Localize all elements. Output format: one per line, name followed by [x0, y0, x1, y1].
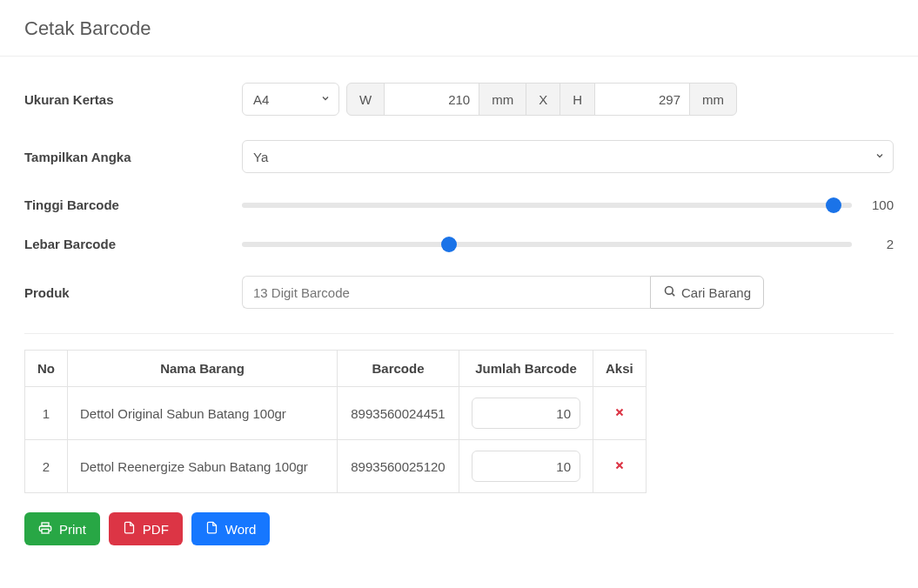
tinggi-slider[interactable]	[242, 203, 852, 208]
tinggi-slider-wrap: 100	[242, 197, 894, 212]
row-ukuran-kertas: Ukuran Kertas A4 W mm X H	[24, 83, 894, 116]
pdf-label: PDF	[143, 522, 169, 537]
table-header-row: No Nama Barang Barcode Jumlah Barcode Ak…	[25, 351, 647, 387]
page-title: Cetak Barcode	[24, 17, 894, 40]
row-lebar-barcode: Lebar Barcode 2	[24, 237, 894, 251]
search-icon	[663, 284, 676, 300]
svg-line-1	[672, 293, 674, 296]
th-no: No	[25, 351, 68, 387]
dimensions-group: W mm X H mm	[346, 83, 737, 116]
label-ukuran-kertas: Ukuran Kertas	[24, 92, 242, 107]
height-input-wrap	[594, 83, 690, 116]
svg-point-0	[665, 287, 673, 295]
label-lebar-barcode: Lebar Barcode	[24, 237, 242, 251]
action-buttons: Print PDF Word	[24, 512, 894, 545]
print-icon	[38, 521, 52, 538]
svg-rect-7	[42, 529, 49, 533]
th-aksi: Aksi	[593, 351, 647, 387]
cell-nama: Dettol Reenergize Sabun Batang 100gr	[68, 440, 338, 493]
th-nama: Nama Barang	[68, 351, 338, 387]
x-addon: X	[526, 83, 560, 116]
pdf-icon	[123, 521, 136, 537]
word-icon	[205, 521, 218, 537]
table-row: 2Dettol Reenergize Sabun Batang 100gr899…	[25, 440, 647, 493]
cell-no: 1	[25, 387, 68, 440]
table-row: 1Dettol Original Sabun Batang 100gr89935…	[25, 387, 647, 440]
jumlah-input[interactable]	[472, 398, 580, 429]
cell-barcode: 8993560024451	[338, 387, 459, 440]
th-barcode: Barcode	[338, 351, 459, 387]
cari-barang-button[interactable]: Cari Barang	[650, 276, 764, 309]
tinggi-slider-thumb[interactable]	[826, 197, 841, 213]
cell-aksi	[593, 440, 647, 493]
print-label: Print	[59, 522, 86, 537]
row-tampilkan-angka: Tampilkan Angka Ya	[24, 140, 894, 173]
cell-no: 2	[25, 440, 68, 493]
divider	[24, 333, 894, 334]
ukuran-controls: A4 W mm X H mm	[242, 83, 894, 116]
tampilkan-select[interactable]: Ya	[242, 140, 894, 173]
cell-jumlah	[459, 387, 593, 440]
label-produk: Produk	[24, 285, 242, 300]
row-produk: Produk Cari Barang	[24, 276, 894, 309]
tinggi-value: 100	[868, 197, 894, 212]
cell-jumlah	[459, 440, 593, 493]
width-input[interactable]	[393, 92, 470, 107]
produk-controls: Cari Barang	[242, 276, 764, 309]
lebar-slider[interactable]	[242, 242, 852, 247]
label-tampilkan-angka: Tampilkan Angka	[24, 150, 242, 164]
cari-barang-label: Cari Barang	[681, 285, 751, 300]
delete-button[interactable]	[613, 406, 626, 418]
tampilkan-select-wrap: Ya	[242, 140, 894, 173]
height-input[interactable]	[604, 92, 680, 107]
produk-input[interactable]	[242, 276, 650, 309]
width-input-wrap	[384, 83, 479, 116]
paper-select[interactable]: A4	[242, 83, 339, 116]
delete-button[interactable]	[613, 459, 626, 471]
lebar-slider-wrap: 2	[242, 237, 894, 251]
label-tinggi-barcode: Tinggi Barcode	[24, 197, 242, 212]
paper-select-wrap: A4	[242, 83, 339, 116]
lebar-value: 2	[868, 237, 894, 251]
lebar-slider-thumb[interactable]	[441, 237, 457, 252]
word-button[interactable]: Word	[191, 512, 271, 545]
pdf-button[interactable]: PDF	[109, 512, 183, 545]
jumlah-input[interactable]	[472, 451, 580, 482]
main-content: Ukuran Kertas A4 W mm X H	[0, 57, 918, 563]
row-tinggi-barcode: Tinggi Barcode 100	[24, 197, 894, 212]
page-header: Cetak Barcode	[0, 0, 918, 57]
word-label: Word	[225, 522, 257, 537]
print-button[interactable]: Print	[24, 512, 100, 545]
mm-addon-1: mm	[479, 83, 526, 116]
h-addon: H	[560, 83, 595, 116]
th-jumlah: Jumlah Barcode	[459, 351, 593, 387]
mm-addon-2: mm	[689, 83, 737, 116]
cell-barcode: 8993560025120	[338, 440, 459, 493]
cell-aksi	[593, 387, 647, 440]
tampilkan-controls: Ya	[242, 140, 894, 173]
barcode-table: No Nama Barang Barcode Jumlah Barcode Ak…	[24, 350, 647, 493]
svg-rect-6	[42, 523, 49, 525]
cell-nama: Dettol Original Sabun Batang 100gr	[68, 387, 338, 440]
w-addon: W	[346, 83, 385, 116]
